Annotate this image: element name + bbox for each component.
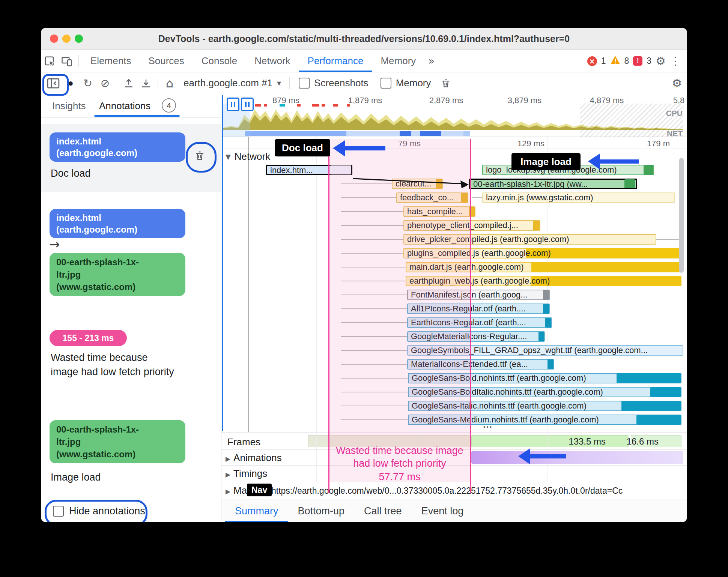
animations-bar[interactable] <box>471 451 683 464</box>
device-toolbar-icon[interactable] <box>58 53 75 69</box>
network-request-bar[interactable]: GoogleSans-Italic.nohints.ttf (earth.goo… <box>408 401 681 411</box>
more-tabs-icon[interactable]: » <box>424 55 438 67</box>
request-label: lazy.min.js (www.gstatic.com) <box>483 193 674 202</box>
memory-checkbox[interactable] <box>381 78 391 89</box>
screenshots-checkbox[interactable] <box>299 78 310 89</box>
network-track: index.htm...logo_lockup.svg (earth.googl… <box>221 149 687 432</box>
hide-annotations-row[interactable]: Hide annotations <box>53 505 145 517</box>
reload-and-record-button[interactable]: ↻ <box>79 75 96 92</box>
annotation-chip-link-to[interactable]: 00-earth-splash-1x- ltr.jpg (www.gstatic… <box>50 253 185 296</box>
wasted-time-text-line1: Wasted time because image <box>321 445 478 457</box>
overview-pause-marker-1[interactable] <box>227 98 239 111</box>
annotation-label-image-load[interactable]: Image load <box>51 472 101 483</box>
annotation-chip-splash-image[interactable]: 00-earth-splash-1x- ltr.jpg (www.gstatic… <box>50 420 185 463</box>
network-request-bar[interactable]: hats_compile... <box>403 206 475 217</box>
bottom-tab-summary[interactable]: Summary <box>225 499 288 522</box>
network-request-bar[interactable]: main.dart.js (earth.google.com) <box>406 262 681 272</box>
settings-gear-icon[interactable]: ⚙ <box>656 54 666 68</box>
history-select[interactable]: earth.google.com #1 ▾ <box>184 77 281 89</box>
nav-url: https://earth.google.com/web/0...0.37330… <box>271 486 683 496</box>
network-request-bar[interactable]: All1PIcons-Regular.otf (earth.... <box>407 304 550 314</box>
warning-icon[interactable] <box>610 56 620 66</box>
network-overflow-dots[interactable]: … <box>472 419 502 430</box>
annotation-chip-time-range[interactable]: 155 - 213 ms <box>50 330 127 346</box>
inspect-element-icon[interactable] <box>41 53 58 69</box>
divider <box>221 432 687 433</box>
ruler-tick-label: 179 m <box>647 139 670 149</box>
live-metrics-home-icon[interactable]: ⌂ <box>161 75 178 92</box>
bottom-tab-bottom-up[interactable]: Bottom-up <box>288 499 355 522</box>
expand-icon[interactable]: ▶ <box>226 471 230 478</box>
overview-pause-marker-2[interactable] <box>241 98 254 111</box>
network-activity-strip <box>245 131 470 136</box>
network-request-bar[interactable]: drive_picker_compiled.js (earth.google.c… <box>403 234 656 245</box>
main-track-label[interactable]: ▶Ma <box>226 485 247 496</box>
delete-annotation-button[interactable] <box>192 148 208 164</box>
sidebar-tabs: Insights Annotations 4 <box>41 94 221 118</box>
request-label: GoogleSans-BoldItalic.nohints.ttf (earth… <box>409 388 681 397</box>
kebab-menu-icon[interactable]: ⋮ <box>670 54 681 68</box>
toggle-sidebar-icon[interactable] <box>45 75 62 92</box>
tab-elements[interactable]: Elements <box>82 50 140 72</box>
expand-icon[interactable]: ▶ <box>226 488 230 495</box>
network-request-bar[interactable]: clearcut... <box>392 179 443 189</box>
network-request-bar[interactable]: lazy.min.js (www.gstatic.com) <box>482 192 675 203</box>
network-request-bar[interactable]: plugins_compiled.js (earth.google.com) <box>403 248 681 258</box>
annotation-label-doc-load[interactable]: Doc load <box>51 168 91 179</box>
tab-memory[interactable]: Memory <box>372 50 424 72</box>
tab-network[interactable]: Network <box>246 50 299 72</box>
expand-icon[interactable]: ▶ <box>226 455 230 463</box>
network-request-bar[interactable]: index.htm... <box>266 165 352 175</box>
request-label: hats_compile... <box>404 207 475 216</box>
network-request-bar[interactable]: GoogleSans-BoldItalic.nohints.ttf (earth… <box>408 387 681 397</box>
annotation-label-wasted-time[interactable]: Wasted time because image had low fetch … <box>51 350 174 379</box>
request-whisker <box>341 392 408 392</box>
frame-bar[interactable]: 16.6 ms <box>631 435 681 447</box>
network-request-bar[interactable]: MaterialIcons-Extended.ttf (ea... <box>407 359 554 370</box>
frame-bar[interactable]: 133.5 ms <box>471 435 629 447</box>
tab-performance[interactable]: Performance <box>299 50 372 72</box>
save-profile-icon[interactable] <box>137 75 155 92</box>
memory-checkbox-row[interactable]: Memory <box>381 77 431 89</box>
issues-icon[interactable]: ! <box>633 56 642 66</box>
network-request-bar[interactable]: FontManifest.json (earth.goog... <box>407 290 550 300</box>
error-icon[interactable]: × <box>587 56 597 66</box>
network-request-bar[interactable]: GoogleSans-Medium.nohints.ttf (earth.goo… <box>408 415 681 425</box>
annotation-chip-index-html[interactable]: index.html (earth.google.com) <box>50 132 185 162</box>
frames-track-label[interactable]: Frames <box>227 436 260 448</box>
annotation-chip-link-from[interactable]: index.html (earth.google.com) <box>50 209 185 238</box>
vertical-scrollbar[interactable] <box>679 158 684 273</box>
error-count: 1 <box>601 56 606 66</box>
network-request-bar[interactable]: feedback_co... <box>396 192 468 203</box>
bottom-tab-event-log[interactable]: Event log <box>412 499 474 522</box>
collect-garbage-icon[interactable] <box>437 75 454 92</box>
network-request-bar[interactable]: earthplugin_web.js (earth.google.com) <box>406 276 681 286</box>
bottom-tab-call-tree[interactable]: Call tree <box>354 499 412 522</box>
tab-sources[interactable]: Sources <box>140 50 193 72</box>
animations-track-label[interactable]: ▶Animations <box>226 452 282 464</box>
record-button[interactable]: ● <box>62 75 79 92</box>
network-request-bar[interactable]: 00-earth-splash-1x-ltr.jpg (ww... <box>469 179 637 189</box>
tab-console[interactable]: Console <box>193 50 246 72</box>
request-whisker <box>341 419 408 420</box>
image-load-callout[interactable]: Image load <box>511 153 581 170</box>
tab-annotations[interactable]: Annotations <box>99 100 150 112</box>
main-label-text: Ma <box>233 485 247 496</box>
request-whisker <box>341 336 407 337</box>
network-request-bar[interactable]: GoogleMaterialIcons-Regular.... <box>407 331 545 342</box>
hide-annotations-checkbox[interactable] <box>53 506 64 517</box>
tab-insights[interactable]: Insights <box>52 100 86 112</box>
warning-count: 8 <box>624 56 629 66</box>
screenshots-checkbox-row[interactable]: Screenshots <box>299 77 369 89</box>
clear-button[interactable]: ⊘ <box>96 75 114 92</box>
network-request-bar[interactable]: GoogleSymbols_FILL_GRAD_opsz_wght.ttf (e… <box>407 345 683 356</box>
load-profile-icon[interactable] <box>120 75 137 92</box>
doc-load-callout[interactable]: Doc load <box>275 139 330 156</box>
network-request-bar[interactable]: GoogleSans-Bold.nohints.ttf (earth.googl… <box>408 373 681 383</box>
capture-settings-gear-icon[interactable]: ⚙ <box>668 75 686 92</box>
network-request-bar[interactable]: phenotype_client_compiled.j... <box>403 220 540 231</box>
request-label: main.dart.js (earth.google.com) <box>406 263 681 272</box>
network-request-bar[interactable]: EarthIcons-Regular.otf (earth.... <box>407 317 552 328</box>
animations-label-text: Animations <box>233 452 282 463</box>
timings-track-label[interactable]: ▶Timings <box>226 468 267 479</box>
